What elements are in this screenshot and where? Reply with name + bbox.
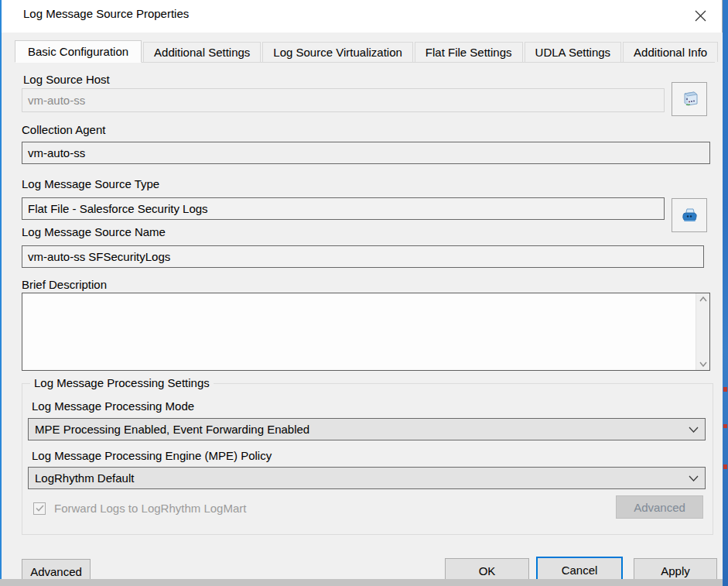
mpe-policy-value: LogRhythm Default — [35, 471, 134, 485]
titlebar: Log Message Source Properties — [2, 0, 722, 33]
forward-logs-checkbox-row: Forward Logs to LogRhythm LogMart — [33, 502, 246, 515]
tab-log-source-virtualization[interactable]: Log Source Virtualization — [262, 42, 413, 62]
tab-additional-info[interactable]: Additional Info — [623, 42, 718, 62]
tab-label: Log Source Virtualization — [273, 46, 402, 59]
processing-mode-dropdown[interactable]: MPE Processing Enabled, Event Forwarding… — [28, 418, 706, 440]
log-message-source-name-value: vm-auto-ss SFSecurityLogs — [28, 250, 170, 263]
processing-settings-groupbox: Log Message Processing Settings Log Mess… — [22, 383, 713, 535]
apply-button-label: Apply — [661, 564, 690, 577]
tab-additional-settings[interactable]: Additional Settings — [143, 42, 261, 62]
advanced-button-label: Advanced — [30, 565, 82, 578]
screen-bottom-strip — [0, 579, 728, 586]
log-source-host-value: vm-auto-ss — [28, 94, 85, 107]
dialog-body: Basic Configuration Additional Settings … — [2, 33, 723, 586]
tab-label: UDLA Settings — [535, 46, 611, 59]
chevron-down-icon — [689, 427, 699, 433]
cancel-button-label: Cancel — [562, 564, 598, 577]
ok-button-label: OK — [479, 564, 496, 577]
group-advanced-button-label: Advanced — [634, 501, 685, 514]
background-window-sliver — [723, 0, 728, 586]
tab-label: Basic Configuration — [28, 45, 128, 58]
brief-description-scrollbar[interactable] — [696, 293, 709, 370]
host-computer-icon — [679, 89, 699, 109]
collection-agent-value: vm-auto-ss — [28, 146, 85, 159]
tab-strip: Basic Configuration Additional Settings … — [15, 40, 715, 63]
mpe-policy-label: Log Message Processing Engine (MPE) Poli… — [32, 449, 272, 462]
chevron-up-icon[interactable] — [699, 296, 707, 302]
brief-description-label: Brief Description — [22, 278, 107, 291]
chevron-down-icon — [689, 475, 699, 481]
tab-flat-file-settings[interactable]: Flat File Settings — [415, 42, 523, 62]
close-button[interactable] — [688, 5, 713, 26]
brief-description-box — [22, 293, 710, 371]
dialog-log-message-source-properties: Log Message Source Properties Basic Conf… — [0, 0, 723, 586]
window-title: Log Message Source Properties — [23, 7, 189, 20]
collection-agent-label: Collection Agent — [22, 123, 105, 136]
chevron-down-icon[interactable] — [699, 362, 707, 367]
close-icon — [695, 10, 706, 22]
tab-label: Additional Settings — [154, 46, 250, 59]
select-host-button[interactable] — [672, 82, 707, 116]
forward-logs-checkbox[interactable] — [33, 502, 46, 515]
mpe-policy-dropdown[interactable]: LogRhythm Default — [28, 467, 706, 489]
tab-udla-settings[interactable]: UDLA Settings — [525, 42, 622, 62]
processing-mode-value: MPE Processing Enabled, Event Forwarding… — [35, 423, 309, 436]
group-advanced-button[interactable]: Advanced — [616, 495, 703, 519]
select-source-type-button[interactable] — [672, 198, 707, 232]
log-message-source-name-input[interactable]: vm-auto-ss SFSecurityLogs — [22, 245, 704, 268]
log-message-source-name-label: Log Message Source Name — [22, 225, 166, 238]
tab-basic-configuration[interactable]: Basic Configuration — [15, 40, 142, 63]
log-message-source-type-input[interactable]: Flat File - Salesforce Security Logs — [22, 197, 665, 220]
forward-logs-checkbox-label: Forward Logs to LogRhythm LogMart — [54, 502, 246, 515]
collection-agent-input[interactable]: vm-auto-ss — [22, 142, 710, 164]
log-source-host-label: Log Source Host — [23, 73, 110, 86]
log-source-type-icon — [679, 205, 699, 225]
log-message-source-type-value: Flat File - Salesforce Security Logs — [28, 202, 208, 215]
check-icon — [36, 505, 44, 512]
processing-mode-label: Log Message Processing Mode — [32, 399, 194, 413]
brief-description-input[interactable] — [22, 293, 696, 370]
log-message-source-type-label: Log Message Source Type — [22, 177, 159, 190]
tab-label: Additional Info — [634, 46, 707, 59]
tab-label: Flat File Settings — [426, 46, 512, 59]
processing-settings-legend: Log Message Processing Settings — [30, 376, 214, 389]
log-source-host-input: vm-auto-ss — [22, 88, 665, 112]
